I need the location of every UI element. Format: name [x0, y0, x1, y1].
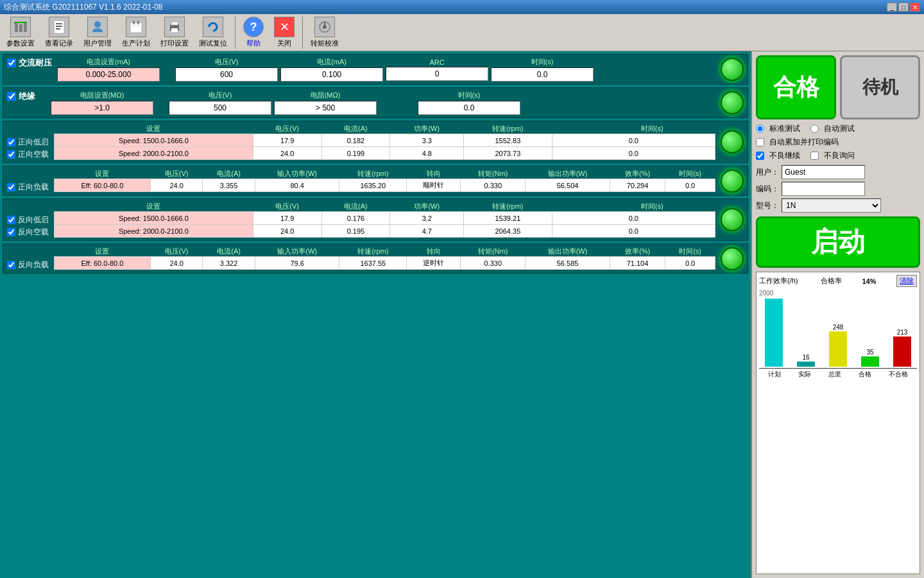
standard-test-label: 标准测试	[769, 123, 800, 134]
toolbar-separator2	[302, 17, 303, 49]
svg-point-8	[94, 21, 101, 28]
fl-speed2: 2073.73	[464, 147, 552, 160]
reverse-noload-checkbox[interactable]	[7, 228, 15, 236]
plan-btn[interactable]: 生产计划	[118, 15, 154, 49]
forward-load-led	[721, 170, 744, 193]
standby-button[interactable]: 待机	[840, 55, 920, 119]
torque-btn[interactable]: 转矩校准	[307, 15, 343, 49]
rload-voltage-h: 电压(V)	[150, 247, 202, 257]
insulation-content: 电阻设置(MΩ) 电压(V) 电阻(MΩ) 时间(s)	[51, 91, 715, 115]
current-input[interactable]	[280, 67, 383, 82]
help-btn[interactable]: ? 帮助	[239, 15, 268, 49]
right-panel: 合格 待机 标准测试 自动测试 自动累加并打印编码 不良继续 不良询问	[751, 51, 924, 578]
current-setting-input[interactable]	[57, 67, 160, 82]
rl-setting2: Speed: 2000.0-2100.0	[55, 225, 253, 238]
reverse-low-checkbox[interactable]	[7, 216, 15, 224]
ac-voltage-checkbox[interactable]	[7, 58, 16, 67]
fl-setting-h: 设置	[55, 169, 151, 179]
label-total: 总里	[828, 370, 841, 379]
forward-load-name: 正向负载	[18, 182, 49, 193]
close-window-btn[interactable]: ✕	[910, 3, 920, 12]
chart-panel: 工作效率(/h) 合格率 14% 清除 2000 16	[756, 272, 920, 574]
bar-plan	[765, 298, 783, 367]
window-controls[interactable]: _ □ ✕	[887, 3, 920, 12]
header-spacer	[7, 124, 49, 136]
params-btn[interactable]: 参数设置	[3, 15, 38, 49]
reverse-noload-row2: Speed: 2000.0-2100.0 24.0 0.195 4.7 2064…	[55, 225, 715, 238]
current-header: 电流(A)	[321, 124, 390, 134]
user-label: 用户：	[756, 167, 779, 178]
power-header: 功率(W)	[390, 124, 464, 134]
ac-voltage-led	[721, 58, 744, 81]
ins-time-label: 时间(s)	[458, 91, 481, 100]
code-input[interactable]	[782, 182, 865, 196]
close-btn[interactable]: ✕ 关闭	[270, 15, 298, 49]
forward-low-checkbox[interactable]	[7, 138, 15, 146]
rl-setting1: Speed: 1500.0-1666.0	[55, 212, 253, 225]
ins-voltage-group: 电压(V)	[169, 91, 271, 115]
standard-test-radio[interactable]	[756, 125, 764, 133]
start-button[interactable]: 启动	[756, 216, 920, 268]
pass-button[interactable]: 合格	[756, 55, 836, 119]
rl-current-h: 电流(A)	[321, 202, 390, 212]
standby-label: 待机	[862, 75, 898, 100]
header-spacer3	[7, 202, 49, 213]
fl-voltage-h: 电压(V)	[150, 169, 202, 179]
print-btn[interactable]: 打印设置	[157, 15, 193, 49]
auto-test-radio[interactable]	[810, 125, 819, 133]
continue-defect-checkbox[interactable]	[756, 152, 764, 160]
bar-total-bar	[829, 331, 847, 367]
reverse-load-section: 反向负载 设置 电压(V) 电流(A) 输入功率(W) 转速(rpm) 转向 转…	[3, 243, 748, 274]
start-label: 启动	[811, 224, 865, 260]
time-header: 时间(s)	[552, 124, 715, 134]
resistance-setting-input[interactable]	[51, 101, 153, 115]
reset-label: 测试复位	[199, 39, 227, 48]
chart-pass-rate-label: 合格率	[821, 276, 842, 286]
resistance-input[interactable]	[274, 101, 377, 115]
forward-low-name: 正向低启	[18, 137, 49, 148]
fl-current1: 0.182	[321, 134, 390, 147]
minimize-btn[interactable]: _	[887, 3, 897, 12]
reverse-load-checkbox[interactable]	[7, 261, 15, 269]
forward-low-table-wrap: 设置 电压(V) 电流(A) 功率(W) 转速(rpm) 时间(s) Speed…	[54, 124, 715, 160]
rl-power2: 4.7	[390, 225, 464, 238]
user-input[interactable]	[782, 165, 865, 179]
rload-efficiency: 71.104	[610, 257, 665, 270]
maximize-btn[interactable]: □	[898, 3, 909, 12]
status-buttons: 合格 待机	[756, 55, 920, 119]
voltage-input[interactable]	[175, 67, 278, 82]
time-input[interactable]	[491, 67, 594, 82]
forward-load-table-wrap: 设置 电压(V) 电流(A) 输入功率(W) 转速(rpm) 转向 转矩(Nm)…	[54, 169, 715, 192]
query-defect-checkbox[interactable]	[810, 152, 819, 160]
fl-setting2: Speed: 2000.0-2100.0	[55, 147, 253, 160]
rl-voltage-h: 电压(V)	[253, 202, 321, 212]
fl-inputpower-h: 输入功率(W)	[255, 169, 339, 179]
resistance-label: 电阻(MΩ)	[311, 91, 341, 100]
ac-voltage-label: 交流耐压	[7, 57, 52, 69]
bar-fail-bar	[893, 337, 911, 367]
voltage-header: 电压(V)	[253, 124, 321, 134]
users-btn[interactable]: 用户管理	[80, 15, 116, 49]
fl-torque-h: 转矩(Nm)	[461, 169, 526, 179]
svg-rect-2	[24, 23, 27, 32]
forward-noload-checkbox[interactable]	[7, 150, 15, 159]
model-select[interactable]: 1N 2N 3N	[782, 198, 881, 213]
clear-chart-btn[interactable]: 清除	[896, 275, 917, 287]
ac-voltage-section: 交流耐压 电流设置(mA) 电压(V) 电流(mA)	[3, 54, 748, 85]
fl-power2: 4.8	[390, 147, 464, 160]
forward-load-checkbox[interactable]	[7, 183, 15, 191]
reset-btn[interactable]: 测试复位	[195, 15, 231, 49]
arc-input[interactable]	[386, 67, 488, 81]
fload-torque: 0.330	[461, 179, 526, 192]
records-btn[interactable]: 查看记录	[41, 15, 77, 49]
auto-print-checkbox[interactable]	[756, 138, 764, 146]
label-fail: 不合格	[889, 370, 908, 379]
bar-pass: 35	[861, 349, 879, 367]
header-spacer2	[7, 169, 49, 180]
ins-voltage-input[interactable]	[169, 101, 271, 115]
ins-time-input[interactable]	[418, 101, 520, 115]
insulation-checkbox[interactable]	[7, 92, 16, 101]
rload-time-h: 时间(s)	[665, 247, 715, 257]
insulation-name: 绝缘	[19, 91, 35, 102]
params-label: 参数设置	[6, 39, 35, 48]
